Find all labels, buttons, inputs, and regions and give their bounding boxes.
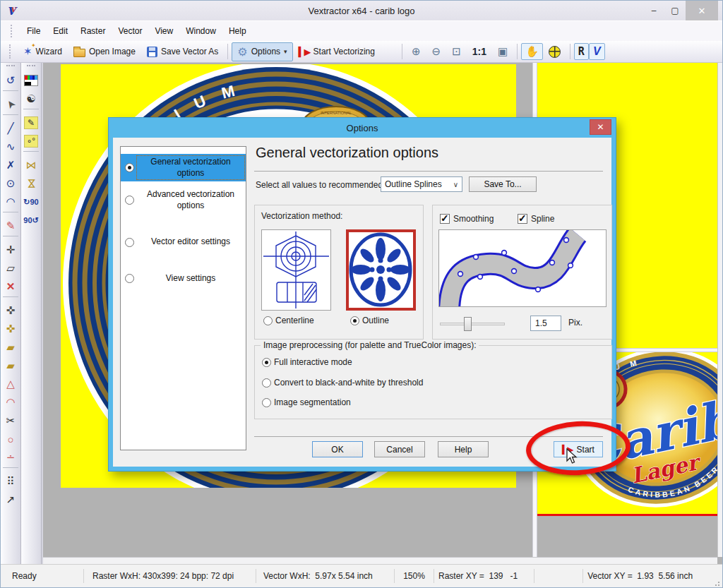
palette-icon[interactable] [21,71,41,90]
ok-button[interactable]: OK [312,441,363,457]
scissors-icon[interactable]: ✂ [1,412,20,430]
raster-view-icon: R [578,45,585,58]
menu-item[interactable]: Window [179,23,222,39]
move-center-icon[interactable]: ✜ [1,320,20,338]
add-vertex-icon[interactable]: △ [1,375,20,393]
dialog-title-bar[interactable]: Options ✕ [109,118,616,138]
resize-grip[interactable] [711,577,721,587]
menu-item[interactable]: Help [222,23,253,39]
despeckle-icon[interactable]: ✎ [21,114,41,132]
rotate-cw-90-icon[interactable]: ↻90 [21,193,41,211]
add-circle-icon[interactable]: ○ [1,430,20,448]
nav-vector-editor-settings[interactable]: Vector editor settings [121,234,246,250]
preprocessing-label: Image preprocessing (for palette and Tru… [261,340,479,350]
status-field: Raster WxH: 430x399: 24 bpp: 72 dpi [84,569,256,583]
bezier-tool-icon[interactable]: ✗ [1,156,20,174]
undo-icon[interactable]: ↺ [1,71,20,90]
spline-checkbox[interactable]: Spline [518,214,554,224]
drawing-tool-rail: ↺➤╱∿✗⊙◠✎✛▱✕✜✜▰▰△◠✂○∸⠿↗ [1,63,21,565]
zoom-in-icon[interactable]: ⊕ [406,42,426,61]
fit-to-window-icon[interactable]: ▣ [492,42,513,61]
actual-size-button[interactable]: 1:1 [467,42,492,61]
sep[interactable] [3,90,18,95]
recommend-label: Select all values to recommended for: [256,180,398,190]
sep[interactable] [3,212,18,216]
target-icon [549,46,561,58]
radio-icon [125,163,134,172]
menu-item[interactable]: Raster [74,23,112,39]
radio-full-interactive-mode[interactable]: Full interactive mode [262,357,352,367]
nav-general-vectorization-options[interactable]: General vectorization options [121,154,246,181]
arc-tool-icon[interactable]: ◠ [1,193,20,211]
grid-icon[interactable]: ⠿ [1,472,20,491]
menu-item[interactable]: Vector [112,23,148,39]
sep[interactable] [3,236,18,240]
rotate-ccw-90-icon[interactable]: 90↺ [21,211,41,229]
radio-icon [125,196,134,205]
save-to-button[interactable]: Save To... [469,176,537,192]
raster-view-toggle[interactable]: R [574,43,589,60]
left-tool-rails: ↺➤╱∿✗⊙◠✎✛▱✕✜✜▰▰△◠✂○∸⠿↗ ☯✎∘°⋈⋈↻9090↺ [1,63,43,565]
slider-thumb[interactable] [464,317,472,331]
centerline-radio[interactable]: Centerline [263,316,314,325]
smoothing-slider[interactable] [440,323,505,325]
menu-item[interactable]: Edit [47,23,74,39]
sep[interactable] [23,151,39,155]
zoom-out-icon[interactable]: ⊖ [426,42,447,61]
wizard-button[interactable]: ✶ Wizard [18,42,68,61]
hand-pan-button[interactable]: ✋ [521,43,543,60]
nav-view-settings[interactable]: View settings [121,271,246,287]
line-tool-icon[interactable]: ╱ [1,119,20,138]
main-toolbar: ✶ Wizard Open Image Save Vector As ⚙ Opt… [1,41,722,63]
flip-vertical-icon[interactable]: ⋈ [21,174,41,193]
outline-radio[interactable]: Outline [350,316,389,325]
start-vectorizing-button[interactable]: ▍▶ Start Vectorizing [293,44,381,60]
copy-tool-icon[interactable]: ▱ [1,259,20,277]
sep[interactable] [3,114,18,119]
add-segment-icon[interactable]: ∸ [1,448,20,467]
pan-tool-icon[interactable]: ✛ [1,241,20,259]
flip-horizontal-icon[interactable]: ⋈ [21,156,41,174]
help-button[interactable]: Help [438,441,489,457]
add-arc-icon[interactable]: ◠ [1,393,20,412]
open-image-button[interactable]: Open Image [68,44,141,60]
maximize-button[interactable]: ▢ [664,3,686,18]
remove-dots-icon[interactable]: ∘° [21,132,41,150]
polyline-tool-icon[interactable]: ∿ [1,138,20,156]
options-dialog: Options ✕ General vectorization options … [108,117,616,472]
sep[interactable] [23,109,39,113]
dialog-close-button[interactable]: ✕ [590,119,611,135]
delete-icon[interactable]: ✕ [1,277,20,296]
minimize-button[interactable]: – [643,3,664,18]
save-vector-as-button[interactable]: Save Vector As [141,44,224,60]
center-view-button[interactable] [543,43,566,61]
centerline-preview[interactable] [261,229,331,311]
erase-line-icon[interactable]: ▰ [1,356,20,375]
picker-arrow-icon[interactable]: ↗ [1,491,20,509]
close-button[interactable]: ✕ [686,1,718,20]
zoom-window-icon[interactable]: ⊡ [446,42,467,61]
vector-view-toggle[interactable]: V [589,43,605,60]
chevron-down-icon: ∨ [453,181,462,188]
outline-preview[interactable] [346,229,416,311]
trace-tool-icon[interactable]: ✎ [1,217,20,235]
window-title: Vextractor x64 - carib logo [1,6,722,16]
vertical-scrollbar[interactable] [717,63,723,557]
sep[interactable] [3,467,18,472]
invert-colors-icon[interactable]: ☯ [21,90,41,108]
sep[interactable] [3,296,18,301]
smoothing-value-input[interactable]: 1.5 [530,316,561,331]
cancel-button[interactable]: Cancel [374,441,425,457]
radio-convert-bw-threshold[interactable]: Convert to black-and-white by threshold [262,378,423,388]
menu-item[interactable]: File [20,23,47,39]
options-button[interactable]: ⚙ Options ▾ [232,42,292,61]
select-arrow-icon[interactable]: ➤ [1,95,20,114]
nav-advanced-vectorization-options[interactable]: Advanced vectorization options [121,187,246,213]
move-node-icon[interactable]: ✜ [1,301,20,320]
eraser-icon[interactable]: ▰ [1,338,20,356]
circle-tool-icon[interactable]: ⊙ [1,174,20,193]
menu-item[interactable]: View [148,23,179,39]
recommend-select[interactable]: Outline Splines ∨ [381,176,462,192]
radio-image-segmentation[interactable]: Image segmentation [262,397,351,407]
smoothing-checkbox[interactable]: Smoothing [440,214,494,224]
